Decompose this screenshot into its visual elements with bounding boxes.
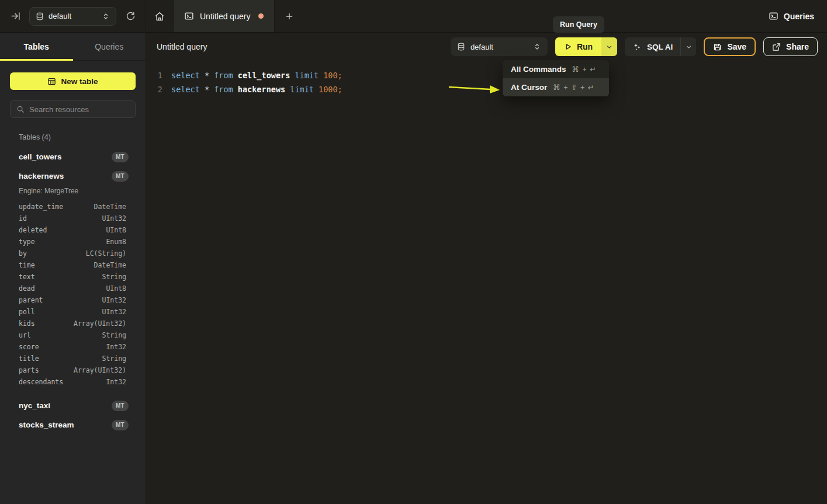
column-row: idUInt32 bbox=[19, 213, 136, 224]
column-type: DateTime bbox=[94, 261, 126, 269]
column-name: update_time bbox=[19, 203, 63, 211]
topbar-left-section: default bbox=[0, 0, 146, 32]
play-icon bbox=[564, 43, 572, 51]
column-name: dead bbox=[19, 284, 35, 293]
new-table-button[interactable]: New table bbox=[10, 72, 136, 90]
column-row: kidsArray(UInt32) bbox=[19, 318, 136, 329]
column-type: Int32 bbox=[106, 378, 126, 386]
sidebar-tabs: Tables Queries bbox=[0, 33, 146, 61]
code-line[interactable]: 2select * from hackernews limit 1000; bbox=[155, 82, 827, 96]
table-engine-label: Engine: MergeTree bbox=[19, 187, 136, 195]
column-row: titleString bbox=[19, 353, 136, 364]
column-type: UInt32 bbox=[102, 296, 126, 304]
run-options-button[interactable] bbox=[601, 37, 617, 56]
run-button-label: Run bbox=[577, 42, 593, 51]
column-name: title bbox=[19, 354, 39, 363]
tables-list: cell_towersMThackernewsMTEngine: MergeTr… bbox=[10, 147, 136, 435]
run-options-menu: All Commands⌘ + ↵At Cursor⌘ + ⇧ + ↵ bbox=[503, 60, 609, 96]
table-name: hackernews bbox=[19, 172, 64, 180]
sidebar-tab-queries-label: Queries bbox=[95, 42, 123, 51]
column-type: String bbox=[102, 354, 126, 363]
refresh-button[interactable] bbox=[122, 8, 139, 25]
run-split-button: Run bbox=[555, 37, 617, 56]
column-type: String bbox=[102, 331, 126, 339]
run-query-tooltip: Run Query bbox=[553, 16, 604, 33]
run-button[interactable]: Run bbox=[555, 37, 601, 56]
external-link-icon bbox=[772, 43, 781, 51]
column-row: pollUInt32 bbox=[19, 306, 136, 318]
database-selector[interactable]: default bbox=[29, 7, 116, 26]
share-button[interactable]: Share bbox=[763, 37, 818, 56]
run-menu-item-all-commands[interactable]: All Commands⌘ + ↵ bbox=[503, 60, 609, 78]
sparkles-icon bbox=[632, 42, 642, 51]
table-item-stocks_stream[interactable]: stocks_streamMT bbox=[19, 415, 136, 435]
chevron-updown-icon bbox=[102, 12, 110, 20]
run-menu-item-at-cursor[interactable]: At Cursor⌘ + ⇧ + ↵ bbox=[503, 78, 609, 96]
queries-panel-button[interactable]: Queries bbox=[769, 11, 814, 21]
search-icon bbox=[16, 105, 25, 113]
column-row: typeEnum8 bbox=[19, 236, 136, 248]
column-type: UInt32 bbox=[102, 308, 126, 316]
engine-badge: MT bbox=[112, 152, 129, 162]
home-icon bbox=[154, 11, 165, 22]
table-name: cell_towers bbox=[19, 152, 62, 161]
column-row: deadUInt8 bbox=[19, 283, 136, 294]
column-type: String bbox=[102, 273, 126, 281]
unsaved-changes-dot bbox=[258, 13, 264, 19]
sidebar-tab-queries[interactable]: Queries bbox=[73, 33, 146, 60]
new-tab-button[interactable] bbox=[275, 0, 304, 32]
column-name: descendants bbox=[19, 378, 63, 386]
collapse-sidebar-button[interactable] bbox=[7, 8, 23, 25]
tab-title: Untitled query bbox=[200, 12, 250, 21]
editor-toolbar: default Run bbox=[451, 37, 818, 56]
column-name: score bbox=[19, 343, 39, 351]
editor-header: Untitled query default bbox=[146, 33, 827, 61]
toolbar-database-selector[interactable]: default bbox=[451, 37, 548, 56]
tables-section-label: Tables (4) bbox=[19, 133, 136, 141]
column-name: poll bbox=[19, 308, 35, 316]
code-line[interactable]: 1select * from cell_towers limit 100; bbox=[155, 68, 827, 82]
column-name: deleted bbox=[19, 226, 47, 234]
table-item-cell_towers[interactable]: cell_towersMT bbox=[19, 147, 136, 166]
table-item-hackernews[interactable]: hackernewsMT bbox=[19, 166, 136, 186]
code-text: select * from hackernews limit 1000; bbox=[171, 82, 342, 96]
column-name: kids bbox=[19, 319, 35, 328]
query-title: Untitled query bbox=[157, 42, 207, 51]
save-button[interactable]: Save bbox=[704, 37, 756, 56]
engine-badge: MT bbox=[112, 420, 129, 430]
menu-item-shortcut: ⌘ + ↵ bbox=[572, 65, 597, 74]
arrow-to-line-icon bbox=[11, 11, 20, 21]
column-type: UInt8 bbox=[106, 284, 126, 293]
column-type: LC(String) bbox=[86, 249, 126, 258]
table-item-nyc_taxi[interactable]: nyc_taxiMT bbox=[19, 396, 136, 415]
table-name: nyc_taxi bbox=[19, 401, 50, 410]
column-name: by bbox=[19, 249, 27, 258]
save-floppy-icon bbox=[713, 43, 722, 51]
column-row: timeDateTime bbox=[19, 259, 136, 271]
sidebar: Tables Queries New table bbox=[0, 33, 146, 504]
column-name: parts bbox=[19, 366, 39, 374]
search-box bbox=[10, 100, 136, 118]
column-name: parent bbox=[19, 296, 43, 304]
top-bar: default Untitled query bbox=[0, 0, 827, 33]
chevron-down-icon bbox=[685, 43, 693, 51]
save-button-label: Save bbox=[727, 42, 746, 51]
search-input[interactable] bbox=[29, 105, 129, 114]
sql-ai-split-button: SQL AI bbox=[625, 37, 696, 56]
sql-code-area[interactable]: 1select * from cell_towers limit 100;2se… bbox=[146, 61, 827, 96]
sidebar-tab-tables[interactable]: Tables bbox=[0, 33, 73, 60]
column-type: Array(UInt32) bbox=[74, 319, 126, 328]
menu-item-label: At Cursor bbox=[511, 83, 547, 92]
column-name: text bbox=[19, 273, 35, 281]
refresh-icon bbox=[126, 11, 136, 21]
engine-badge: MT bbox=[112, 401, 129, 411]
home-button[interactable] bbox=[146, 0, 173, 32]
column-name: id bbox=[19, 214, 27, 223]
share-button-label: Share bbox=[786, 42, 809, 51]
sql-ai-button[interactable]: SQL AI bbox=[625, 37, 680, 56]
column-type: Enum8 bbox=[106, 238, 126, 246]
tab-untitled-query[interactable]: Untitled query bbox=[173, 0, 275, 32]
sql-ai-button-label: SQL AI bbox=[647, 43, 673, 51]
sql-ai-options-button[interactable] bbox=[680, 37, 696, 56]
menu-item-label: All Commands bbox=[511, 65, 566, 74]
